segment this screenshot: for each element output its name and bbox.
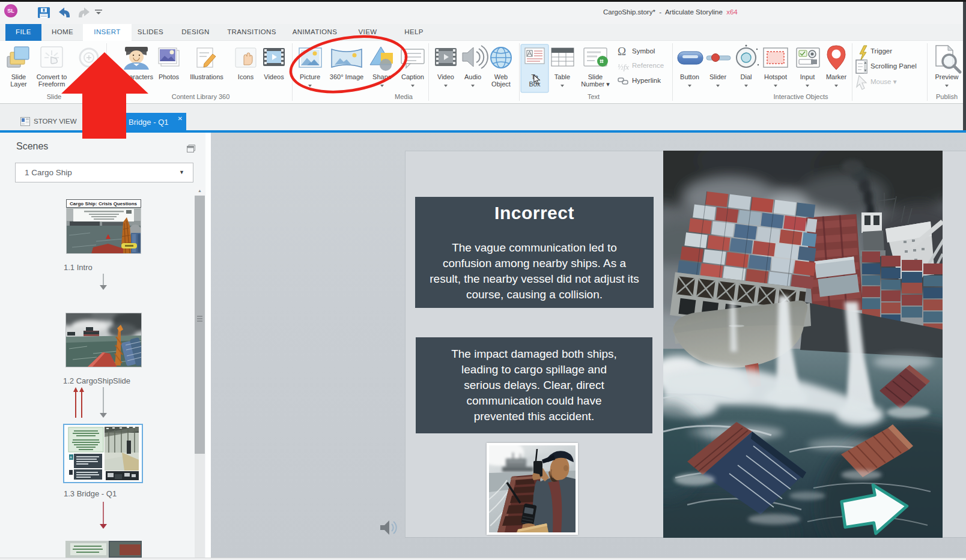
svg-text:½fx: ½fx [618, 62, 629, 71]
svg-text:A: A [70, 456, 72, 459]
svg-text:Cargo Ship: Crisis Questions: Cargo Ship: Crisis Questions [70, 201, 138, 206]
svg-text:Ω: Ω [618, 45, 626, 58]
